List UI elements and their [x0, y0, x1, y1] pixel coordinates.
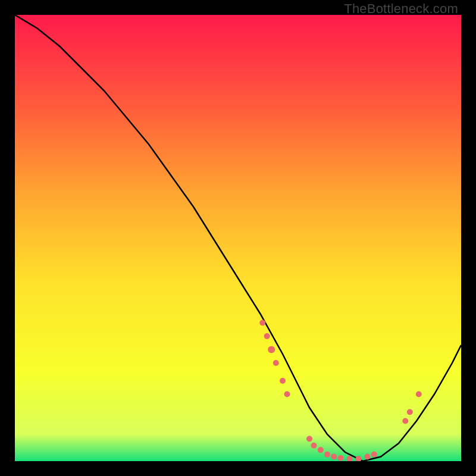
curve-marker — [338, 455, 344, 461]
chart-frame — [15, 15, 461, 461]
curve-marker — [311, 443, 317, 449]
curve-marker — [371, 452, 377, 458]
curve-marker — [318, 447, 324, 453]
curve-marker — [331, 454, 337, 460]
chart-background-gradient — [15, 15, 461, 461]
curve-marker — [402, 418, 408, 424]
curve-marker — [264, 333, 270, 339]
curve-marker — [324, 452, 330, 458]
watermark-text: TheBottleneck.com — [344, 1, 458, 17]
curve-marker — [416, 392, 422, 397]
curve-marker — [268, 346, 275, 353]
curve-marker — [306, 436, 312, 442]
bottleneck-chart — [15, 15, 461, 461]
curve-marker — [365, 454, 371, 460]
curve-marker — [407, 409, 413, 415]
curve-marker — [280, 378, 286, 384]
curve-marker — [273, 360, 279, 366]
curve-marker — [284, 392, 290, 397]
curve-marker — [259, 320, 265, 326]
